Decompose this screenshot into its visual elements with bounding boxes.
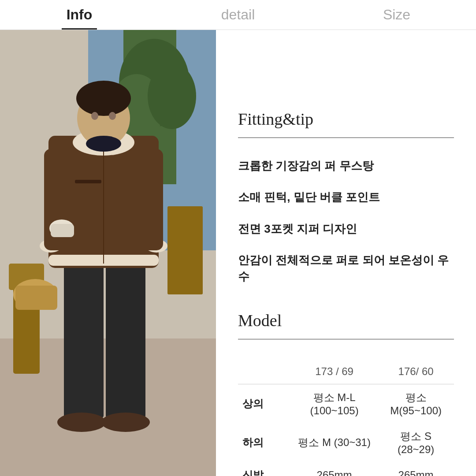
tip-item-2: 소매 핀턱, 밑단 버클 포인트 [238,189,454,205]
model-divider [238,339,454,339]
svg-point-22 [91,112,98,120]
svg-rect-8 [106,264,145,418]
fitting-divider [238,138,454,138]
svg-rect-19 [137,149,163,250]
white-space-top [238,56,454,109]
svg-rect-7 [64,264,104,418]
fitting-section-title: Fitting&tip [238,109,454,129]
table-row: 상의 평소 M-L (100~105) 평소 M(95~100) [238,384,454,423]
product-image-placeholder [0,30,216,476]
col-model2-header: 176/ 60 [378,359,454,384]
tab-detail[interactable]: detail [159,0,317,30]
model-section-title: Model [238,311,454,330]
row-label-shoes: 신발 [238,462,291,476]
col-label-header [238,359,291,384]
main-content: Fitting&tip 크롭한 기장감의 퍼 무스탕 소매 핀턱, 밑단 버클 … [0,30,476,476]
svg-point-5 [148,63,196,129]
tab-size[interactable]: Size [317,0,476,30]
product-image-area [0,30,216,476]
row-label-top: 상의 [238,384,291,423]
table-row: 하의 평소 M (30~31) 평소 S (28~29) [238,423,454,462]
svg-point-23 [109,112,116,120]
svg-rect-29 [167,206,203,294]
model-table: 173 / 69 176/ 60 상의 평소 M-L (100~105) 평소 … [238,359,454,476]
row-top-col1: 평소 M-L (100~105) [291,384,378,423]
model-section: Model 173 / 69 176/ 60 상의 평소 M-L (100~10… [238,311,454,476]
svg-point-9 [57,413,106,432]
svg-point-21 [76,81,131,116]
row-bottom-col1: 평소 M (30~31) [291,423,378,462]
tab-detail-label: detail [221,7,255,23]
svg-point-24 [86,136,121,152]
svg-point-10 [101,413,150,432]
row-label-bottom: 하의 [238,423,291,462]
tab-info-label: Info [67,7,93,23]
row-top-col2: 평소 M(95~100) [378,384,454,423]
tab-navigation: Info detail Size [0,0,476,30]
svg-rect-17 [75,180,101,183]
svg-rect-26 [51,224,74,237]
row-shoes-col1: 265mm [291,462,378,476]
tip-item-3: 전면 3포켓 지퍼 디자인 [238,221,454,237]
tab-size-label: Size [383,7,410,23]
svg-rect-31 [15,286,57,310]
tip-item-4: 안감이 전체적으로 퍼로 되어 보온성이 우수 [238,252,454,284]
table-row: 신발 265mm 265mm [238,462,454,476]
tab-info[interactable]: Info [0,0,159,30]
col-model1-header: 173 / 69 [291,359,378,384]
info-area: Fitting&tip 크롭한 기장감의 퍼 무스탕 소매 핀턱, 밑단 버클 … [216,30,476,476]
tip-item-1: 크롭한 기장감의 퍼 무스탕 [238,158,454,174]
model-table-header: 173 / 69 176/ 60 [238,359,454,384]
row-bottom-col2: 평소 S (28~29) [378,423,454,462]
product-image-svg [0,30,216,476]
fitting-tips-section: Fitting&tip 크롭한 기장감의 퍼 무스탕 소매 핀턱, 밑단 버클 … [238,109,454,284]
row-shoes-col2: 265mm [378,462,454,476]
